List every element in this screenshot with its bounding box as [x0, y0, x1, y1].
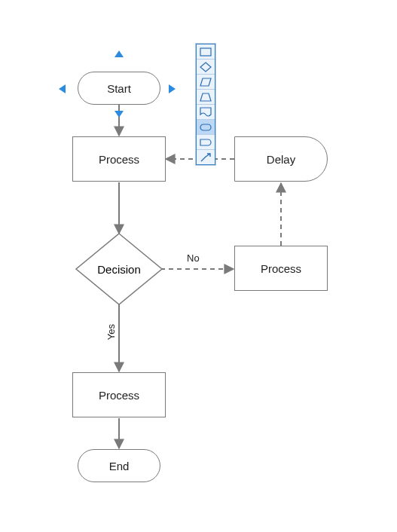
node-process-1-label: Process — [99, 153, 139, 166]
node-process-no[interactable]: Process — [234, 246, 328, 291]
edge-label-no: No — [187, 252, 200, 264]
edge-label-yes: Yes — [105, 324, 117, 340]
selection-handle-right[interactable] — [169, 84, 176, 93]
svg-marker-2 — [200, 63, 211, 72]
node-process-no-label: Process — [261, 262, 301, 275]
palette-document[interactable] — [197, 105, 215, 120]
node-process-1[interactable]: Process — [72, 136, 166, 182]
node-start-label: Start — [107, 82, 131, 95]
diamond-icon — [200, 62, 212, 72]
svg-marker-0 — [76, 234, 162, 304]
node-delay[interactable]: Delay — [234, 136, 328, 182]
rect-icon — [200, 47, 212, 57]
node-process-yes[interactable]: Process — [72, 372, 166, 417]
palette-terminator[interactable] — [197, 120, 215, 135]
svg-marker-3 — [200, 78, 211, 86]
node-delay-label: Delay — [267, 153, 295, 166]
document-icon — [200, 107, 212, 118]
connector-arrow-icon — [200, 152, 212, 163]
node-end-label: End — [109, 460, 130, 472]
palette-diamond[interactable] — [197, 60, 215, 75]
selection-handle-top[interactable] — [115, 50, 124, 57]
palette-parallelogram[interactable] — [197, 75, 215, 90]
svg-rect-1 — [200, 48, 211, 56]
node-end[interactable]: End — [78, 449, 160, 482]
parallelogram-icon — [200, 78, 212, 87]
node-decision[interactable] — [74, 231, 164, 307]
node-process-yes-label: Process — [99, 389, 139, 402]
palette-trapezoid[interactable] — [197, 90, 215, 105]
palette-delay-shape[interactable] — [197, 135, 215, 150]
delay-shape-icon — [200, 139, 212, 146]
node-start[interactable]: Start — [78, 72, 160, 105]
trapezoid-icon — [200, 93, 212, 102]
selection-handle-left[interactable] — [59, 84, 66, 93]
terminator-icon — [200, 124, 212, 131]
palette-connector[interactable] — [197, 150, 215, 164]
shape-palette[interactable] — [196, 44, 215, 165]
palette-rect[interactable] — [197, 44, 215, 60]
svg-rect-5 — [200, 124, 211, 130]
svg-marker-4 — [200, 93, 211, 101]
selection-handle-bottom[interactable] — [115, 111, 124, 118]
